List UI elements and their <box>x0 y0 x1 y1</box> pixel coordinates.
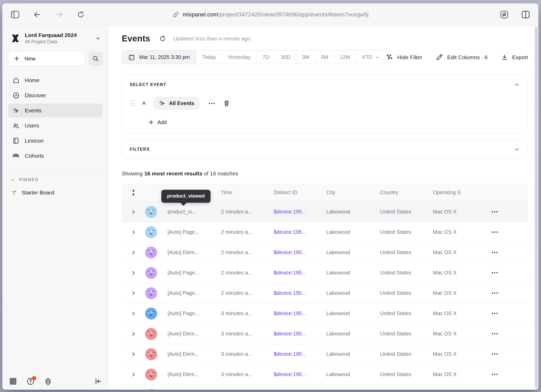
export-button[interactable]: Export <box>501 54 528 61</box>
event-selector-chip[interactable]: All Events <box>153 97 200 110</box>
chevron-right-icon[interactable] <box>131 311 136 316</box>
avatar <box>145 328 157 340</box>
avatar <box>145 308 157 320</box>
avatar-face <box>145 226 157 238</box>
cell-os: Mac OS X <box>428 371 486 377</box>
distinct-id-link[interactable]: $device:195 <box>274 331 302 336</box>
pinned-section-toggle[interactable]: PINNED <box>8 177 103 182</box>
distinct-id-link[interactable]: $device:195 <box>274 371 302 377</box>
scrollbar-thumb[interactable] <box>535 27 538 388</box>
help-icon[interactable] <box>26 377 35 385</box>
row-actions-icon[interactable] <box>486 374 528 375</box>
distinct-id-link[interactable]: $device:195 <box>274 209 302 215</box>
sidebar: Lord Farquaad 2024 All Project Data New <box>2 26 108 390</box>
row-actions-icon[interactable] <box>486 292 528 294</box>
row-actions-icon[interactable] <box>486 252 528 253</box>
chevron-right-icon[interactable] <box>131 290 136 296</box>
table-row[interactable]: [Auto] Page... 3 minutes a... $device:19… <box>122 303 528 324</box>
col-city: City <box>321 189 375 195</box>
distinct-id-link[interactable]: $device:195 <box>274 270 302 275</box>
sidebar-item-users[interactable]: Users <box>8 119 103 133</box>
trash-icon[interactable] <box>223 100 230 107</box>
table-row[interactable]: [Auto] Page... 2 minutes a... $device:19… <box>122 283 528 303</box>
avatar <box>145 369 157 381</box>
quick-range-button[interactable]: 30D <box>275 51 296 64</box>
apps-grid-icon[interactable] <box>9 377 17 385</box>
chevron-right-icon[interactable] <box>131 229 136 235</box>
add-event-button[interactable]: Add <box>148 119 167 125</box>
chevron-right-icon[interactable] <box>131 250 136 255</box>
quick-range-button[interactable]: Today <box>196 51 222 64</box>
edit-columns-button[interactable]: Edit Columns · 6 <box>436 54 488 61</box>
table-row[interactable]: [Auto] Page... 2 minutes a... $device:19… <box>122 263 528 283</box>
custom-range-button[interactable]: XTD <box>356 51 385 64</box>
distinct-id-link[interactable]: $device:195 <box>274 310 302 316</box>
cell-time: 2 minutes a... <box>216 270 268 276</box>
table-row[interactable]: [Auto] Elem... 3 minutes a... $device:19… <box>122 364 528 385</box>
chevron-right-icon[interactable] <box>131 270 136 276</box>
table-row[interactable]: [Auto] Elem... 4 minutes a... $device:19… <box>122 385 528 390</box>
chevron-up-icon[interactable] <box>514 82 520 88</box>
table-row[interactable]: [Auto] Elem... 3 minutes a... $device:19… <box>122 324 528 344</box>
quick-range-button[interactable]: Yesterday <box>222 51 256 64</box>
row-actions-icon[interactable] <box>486 333 528 334</box>
sidebar-toggle-icon[interactable] <box>10 10 21 20</box>
address-bar[interactable]: mixpanel.com/project/3472420/view/397469… <box>172 11 368 18</box>
row-actions-icon[interactable] <box>486 211 528 212</box>
avatar-face <box>145 369 157 381</box>
chevron-right-icon[interactable] <box>131 331 136 337</box>
chevron-down-icon[interactable] <box>514 146 520 152</box>
collapse-sidebar-icon[interactable] <box>94 378 102 385</box>
cell-city: Lakewood <box>321 290 375 296</box>
events-table: Time Distinct ID City Country Operating … <box>122 183 528 390</box>
hide-filter-button[interactable]: Hide Filter <box>386 54 422 61</box>
seedling-icon <box>11 189 17 196</box>
event-options-icon[interactable] <box>207 101 216 106</box>
distinct-id-link[interactable]: $device:195 <box>274 351 302 357</box>
reload-button[interactable] <box>76 10 86 20</box>
quick-range-button[interactable]: 6M <box>315 51 334 64</box>
quick-range-button[interactable]: 12M <box>334 51 356 64</box>
drag-handle[interactable] <box>131 100 135 106</box>
row-actions-icon[interactable] <box>486 231 528 233</box>
sidebar-item-lexicon[interactable]: Lexicon <box>8 134 103 148</box>
sidebar-item-cohorts[interactable]: Cohorts <box>8 149 103 163</box>
split-view-icon[interactable] <box>520 9 531 20</box>
table-row[interactable]: [Auto] Page... 2 minutes a... $device:19… <box>122 222 528 242</box>
forward-button[interactable] <box>54 10 64 19</box>
sidebar-item-home[interactable]: Home <box>8 73 103 87</box>
sidebar-item-discover[interactable]: Discover <box>8 88 103 102</box>
back-button[interactable] <box>32 10 42 19</box>
quick-range-button[interactable]: 7D <box>256 51 275 64</box>
row-expander <box>122 290 145 296</box>
refresh-icon[interactable] <box>159 35 166 42</box>
cell-time: 2 minutes a... <box>216 290 268 296</box>
sidebar-item-events[interactable]: Events <box>8 103 103 118</box>
compass-icon <box>12 92 20 99</box>
cell-time: 3 minutes a... <box>216 310 268 316</box>
distinct-id-link[interactable]: $device:195 <box>274 249 302 255</box>
row-actions-icon[interactable] <box>486 313 528 314</box>
page-settings-icon[interactable] <box>499 9 510 20</box>
row-actions-icon[interactable] <box>486 272 528 273</box>
collapse-rows-icon[interactable] <box>130 189 137 197</box>
scrollbar-track[interactable] <box>534 26 538 390</box>
avatar <box>145 287 157 299</box>
gear-icon[interactable] <box>44 377 52 385</box>
search-button[interactable] <box>89 51 103 66</box>
chevron-right-icon[interactable] <box>131 372 136 377</box>
date-picker[interactable]: Mar 11, 2025 3:30 pm <box>122 51 196 64</box>
download-icon <box>501 54 508 61</box>
chevron-right-icon[interactable] <box>131 209 136 215</box>
new-button[interactable]: New <box>8 51 85 66</box>
distinct-id-link[interactable]: $device:195 <box>274 229 302 235</box>
table-row[interactable]: [Auto] Elem... 3 minutes a... $device:19… <box>122 344 528 364</box>
quick-range-button[interactable]: 3M <box>296 51 315 64</box>
project-switcher[interactable]: Lord Farquaad 2024 All Project Data <box>8 30 103 45</box>
row-actions-icon[interactable] <box>486 353 528 355</box>
link-icon <box>172 11 179 18</box>
distinct-id-link[interactable]: $device:195 <box>274 290 302 296</box>
chevron-right-icon[interactable] <box>131 351 136 357</box>
table-row[interactable]: [Auto] Elem... 2 minutes a... $device:19… <box>122 242 528 263</box>
sidebar-item-starter-board[interactable]: Starter Board <box>8 189 103 196</box>
